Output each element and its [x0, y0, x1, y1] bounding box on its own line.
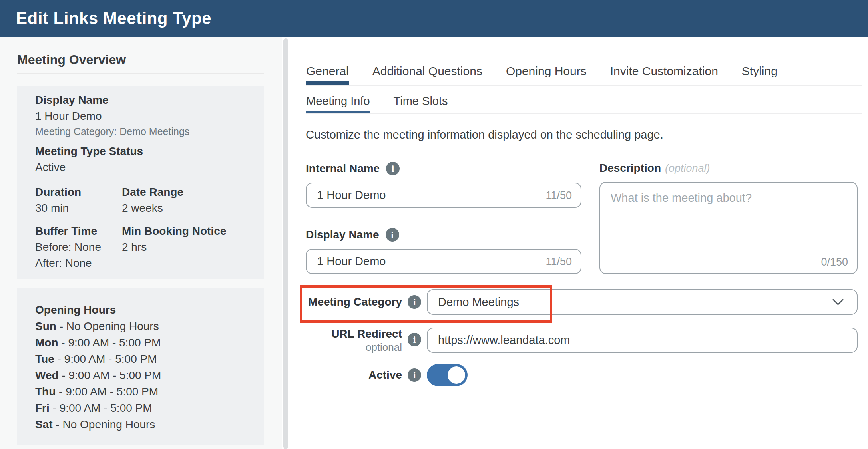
duration-value: 30 min: [35, 200, 122, 216]
active-toggle[interactable]: [427, 364, 468, 386]
meeting-category-value: Demo Meetings: [438, 296, 519, 309]
hours-row-sun: Sun - No Opening Hours: [35, 318, 256, 334]
day-hours: No Opening Hours: [66, 320, 159, 332]
meeting-category-select[interactable]: Demo Meetings: [427, 289, 858, 315]
url-redirect-row: URL Redirect optional i: [306, 328, 858, 354]
toggle-knob: [448, 366, 465, 384]
day-hours: 9:00 AM - 5:00 PM: [60, 402, 152, 414]
info-icon[interactable]: i: [386, 228, 399, 242]
display-name-label: Display Name: [35, 92, 256, 108]
buffer-time-label: Buffer Time: [35, 223, 122, 239]
min-booking-value: 2 hrs: [122, 239, 256, 255]
date-range-value: 2 weeks: [122, 200, 256, 216]
subtab-bar: Meeting Info Time Slots: [306, 90, 862, 114]
display-name-counter: 11/50: [545, 255, 572, 268]
url-redirect-optional-tag: optional: [306, 340, 402, 354]
info-icon[interactable]: i: [408, 333, 421, 346]
hours-row-mon: Mon - 9:00 AM - 5:00 PM: [35, 334, 256, 351]
day-separator: -: [56, 320, 66, 332]
date-range-label: Date Range: [122, 184, 256, 200]
hours-row-sat: Sat - No Opening Hours: [35, 416, 256, 433]
internal-name-input[interactable]: [307, 183, 581, 207]
buffer-after-value: After: None: [35, 255, 122, 271]
day-label: Thu: [35, 385, 56, 398]
day-hours: 9:00 AM - 5:00 PM: [68, 336, 161, 349]
meeting-overview-sidebar: Meeting Overview Display Name 1 Hour Dem…: [0, 37, 282, 449]
opening-hours-card: Opening Hours Sun - No Opening Hours Mon…: [17, 288, 264, 445]
internal-name-label: Internal Name: [306, 162, 380, 175]
hours-row-tue: Tue - 9:00 AM - 5:00 PM: [35, 351, 256, 367]
day-label: Mon: [35, 336, 58, 349]
min-booking-label: Min Booking Notice: [122, 223, 256, 239]
main-panel: General Additional Questions Opening Hou…: [290, 37, 868, 449]
tab-invite-customization[interactable]: Invite Customization: [610, 59, 719, 85]
meeting-category-label: Meeting Category: [306, 296, 402, 308]
intro-text: Customize the meeting information displa…: [306, 128, 663, 141]
tab-additional-questions[interactable]: Additional Questions: [372, 59, 483, 85]
active-label: Active: [306, 369, 402, 381]
day-hours: 9:00 AM - 5:00 PM: [66, 385, 158, 398]
description-field-wrap: 0/150: [599, 182, 858, 274]
url-redirect-input[interactable]: [428, 328, 857, 352]
day-separator: -: [56, 385, 66, 398]
internal-name-label-row: Internal Name i: [306, 162, 400, 175]
display-name-value: 1 Hour Demo: [35, 108, 256, 124]
tab-opening-hours[interactable]: Opening Hours: [506, 59, 587, 85]
display-name-field-wrap: 11/50: [306, 249, 581, 274]
status-value: Active: [35, 159, 256, 175]
hours-row-fri: Fri - 9:00 AM - 5:00 PM: [35, 400, 256, 416]
active-row: Active i: [306, 363, 858, 387]
internal-name-field-wrap: 11/50: [306, 183, 581, 208]
day-separator: -: [50, 402, 60, 414]
day-label: Wed: [35, 369, 59, 381]
info-icon[interactable]: i: [386, 162, 400, 175]
display-name-input[interactable]: [307, 250, 581, 273]
display-name-label-row: Display Name i: [306, 228, 399, 242]
meeting-category-row: Meeting Category i Demo Meetings: [306, 289, 858, 315]
day-separator: -: [58, 336, 68, 349]
day-hours: 9:00 AM - 5:00 PM: [64, 353, 157, 365]
url-redirect-label: URL Redirect: [331, 328, 402, 340]
sidebar-heading: Meeting Overview: [17, 52, 126, 67]
description-optional-tag: (optional): [665, 162, 710, 175]
tab-bar: General Additional Questions Opening Hou…: [306, 59, 862, 86]
subtab-meeting-info[interactable]: Meeting Info: [306, 90, 370, 113]
hours-row-thu: Thu - 9:00 AM - 5:00 PM: [35, 383, 256, 400]
day-label: Sun: [35, 320, 56, 332]
sidebar-scrollbar[interactable]: [283, 38, 288, 449]
subtab-time-slots[interactable]: Time Slots: [393, 90, 448, 113]
description-counter: 0/150: [821, 256, 848, 268]
category-line: Meeting Category: Demo Meetings: [35, 124, 256, 139]
page-title: Edit Links Meeting Type: [16, 9, 211, 28]
day-separator: -: [59, 369, 69, 381]
hours-row-wed: Wed - 9:00 AM - 5:00 PM: [35, 367, 256, 383]
url-redirect-field-wrap: [427, 328, 858, 353]
info-icon[interactable]: i: [408, 295, 421, 309]
display-name-label: Display Name: [306, 228, 379, 241]
status-label: Meeting Type Status: [35, 143, 256, 159]
internal-name-counter: 11/50: [545, 189, 572, 201]
tab-general[interactable]: General: [306, 59, 349, 85]
day-label: Sat: [35, 418, 53, 431]
sidebar-divider: [17, 73, 264, 74]
description-textarea[interactable]: [600, 183, 857, 273]
buffer-before-value: Before: None: [35, 239, 122, 255]
meeting-summary-card: Display Name 1 Hour Demo Meeting Categor…: [17, 86, 264, 279]
url-redirect-label-block: URL Redirect optional: [306, 328, 402, 354]
day-label: Tue: [35, 353, 54, 365]
description-label-row: Description (optional): [599, 162, 710, 175]
opening-hours-heading: Opening Hours: [35, 302, 256, 318]
info-icon[interactable]: i: [408, 368, 421, 382]
description-label: Description: [599, 162, 661, 175]
app-header: Edit Links Meeting Type: [0, 0, 868, 37]
day-separator: -: [54, 353, 64, 365]
tab-styling[interactable]: Styling: [741, 59, 778, 85]
day-separator: -: [53, 418, 63, 431]
chevron-down-icon: [832, 298, 844, 306]
duration-label: Duration: [35, 184, 122, 200]
day-hours: No Opening Hours: [62, 418, 155, 431]
day-label: Fri: [35, 402, 50, 414]
day-hours: 9:00 AM - 5:00 PM: [69, 369, 161, 381]
